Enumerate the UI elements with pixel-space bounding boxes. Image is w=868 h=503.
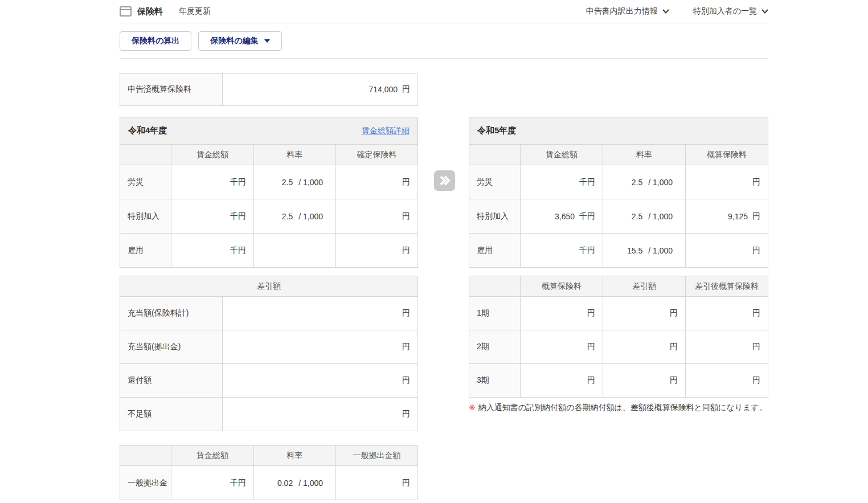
special-members-menu-label: 特別加入者の一覧 <box>693 6 757 17</box>
declared-premium-box: 申告済概算保険料 714,000 円 <box>120 73 417 106</box>
amount-cell: 9,125円 <box>686 199 768 234</box>
periods-col-difference: 差引額 <box>603 276 686 297</box>
reiwa5-titlebar: 令和5年度 <box>469 117 768 145</box>
reiwa4-titlebar: 令和4年度 賃金総額詳細 <box>120 117 418 145</box>
reiwa4-table: 令和4年度 賃金総額詳細 賃金総額 料率 確定保険料 労災 千円 2.5/ 1,… <box>120 117 417 268</box>
rate-value: 2.5 <box>632 178 642 187</box>
amount-unit: 円 <box>402 177 410 187</box>
difference-title: 差引額 <box>120 276 418 297</box>
difference-unit: 円 <box>402 375 410 386</box>
reiwa4-col-rate: 料率 <box>254 145 336 165</box>
wage-value: 3,650 <box>555 212 575 221</box>
wage-unit: 千円 <box>579 246 595 256</box>
amount-cell: 円 <box>336 466 418 500</box>
row-label: 3期 <box>469 364 521 398</box>
period-cell: 円 <box>521 297 603 330</box>
reiwa4-corner-cell <box>120 145 171 165</box>
page-heading: 保険料 年度更新 <box>120 6 211 17</box>
amount-unit: 円 <box>752 211 760 222</box>
wage-unit: 千円 <box>579 177 595 187</box>
declared-premium-unit: 円 <box>402 84 410 95</box>
special-members-menu[interactable]: 特別加入者の一覧 <box>693 6 768 17</box>
wage-unit: 千円 <box>230 177 246 187</box>
rate-value: 2.5 <box>632 212 642 221</box>
rate-cell: 2.5/ 1,000 <box>254 165 336 199</box>
rate-base: / 1,000 <box>298 479 323 488</box>
amount-cell: 円 <box>686 165 768 199</box>
rate-cell: 2.5/ 1,000 <box>603 199 686 234</box>
rate-cell: 0.02/ 1,000 <box>254 466 336 500</box>
reiwa5-col-rate: 料率 <box>603 145 686 165</box>
difference-value-cell: 円 <box>223 398 418 431</box>
top-bar-menus: 申告書内訳出力情報 特別加入者の一覧 <box>586 6 768 17</box>
difference-unit: 円 <box>402 409 410 419</box>
wage-total-detail-link[interactable]: 賃金総額詳細 <box>362 126 410 136</box>
amount-unit: 円 <box>402 478 410 488</box>
row-label: 特別加入 <box>120 199 171 234</box>
rate-base: / 1,000 <box>298 178 323 187</box>
calculate-premium-button[interactable]: 保険料の算出 <box>120 31 191 51</box>
edit-premium-label: 保険料の編集 <box>210 36 258 46</box>
row-label: 一般拠出金 <box>120 466 171 500</box>
wage-cell: 千円 <box>171 165 254 199</box>
declaration-output-menu[interactable]: 申告書内訳出力情報 <box>586 6 669 17</box>
declared-premium-label: 申告済概算保険料 <box>120 73 223 106</box>
difference-table: 差引額 充当額(保険料計) 円 充当額(拠出金) 円 還付額 円 不足額 円 <box>120 276 417 431</box>
row-label: 雇用 <box>120 234 171 268</box>
declared-premium-value-cell: 714,000 円 <box>223 73 418 106</box>
declaration-output-menu-label: 申告書内訳出力情報 <box>586 6 658 17</box>
difference-unit: 円 <box>402 342 410 352</box>
periods-col-estimate: 概算保険料 <box>521 276 603 297</box>
edit-premium-button[interactable]: 保険料の編集 <box>198 31 281 51</box>
page-subtitle: 年度更新 <box>179 6 211 17</box>
period-cell: 円 <box>686 297 768 330</box>
reiwa5-col-amount: 概算保険料 <box>686 145 768 165</box>
periods-corner-cell <box>469 276 521 297</box>
reiwa5-corner-cell <box>469 145 521 165</box>
chevron-down-icon <box>761 9 768 14</box>
rate-cell <box>254 234 336 268</box>
rate-value: 15.5 <box>627 246 642 255</box>
amount-cell: 円 <box>336 165 418 199</box>
row-label: 不足額 <box>120 398 223 431</box>
contribution-col-wage: 賃金総額 <box>171 445 254 466</box>
row-label: 還付額 <box>120 364 223 398</box>
period-cell: 円 <box>521 330 603 364</box>
row-label: 充当額(拠出金) <box>120 330 223 364</box>
rate-base: / 1,000 <box>648 246 673 255</box>
row-label: 雇用 <box>469 234 521 268</box>
period-unit: 円 <box>587 375 595 386</box>
wage-unit: 千円 <box>230 211 246 222</box>
difference-value-cell: 円 <box>223 364 418 398</box>
wage-cell: 千円 <box>521 165 603 199</box>
reiwa5-title: 令和5年度 <box>477 125 516 136</box>
period-cell: 円 <box>603 364 686 398</box>
amount-unit: 円 <box>752 246 760 256</box>
period-cell: 円 <box>521 364 603 398</box>
amount-value: 9,125 <box>728 212 748 221</box>
period-cell: 円 <box>686 364 768 398</box>
contribution-col-rate: 料率 <box>254 445 336 466</box>
periods-col-after: 差引後概算保険料 <box>686 276 768 297</box>
rate-cell: 2.5/ 1,000 <box>254 199 336 234</box>
action-bar: 保険料の算出 保険料の編集 <box>120 23 768 59</box>
reiwa5-table: 令和5年度 賃金総額 料率 概算保険料 労災 千円 2.5/ 1,000 円 特… <box>469 117 768 268</box>
note-text: 納入通知書の記別納付額の各期納付額は、差額後概算保険料と同額になります。 <box>478 403 767 413</box>
rate-cell: 2.5/ 1,000 <box>603 165 686 199</box>
reiwa4-col-amount: 確定保険料 <box>336 145 418 165</box>
wage-unit: 千円 <box>230 478 246 488</box>
amount-unit: 円 <box>402 246 410 256</box>
rate-value: 2.5 <box>282 212 293 221</box>
payment-note: ※ 納入通知書の記別納付額の各期納付額は、差額後概算保険料と同額になります。 <box>469 403 768 413</box>
carry-forward-button[interactable] <box>434 170 455 191</box>
periods-table: 概算保険料 差引額 差引後概算保険料 1期 円 円 円 2期 円 円 円 3期 … <box>469 276 768 398</box>
period-cell: 円 <box>603 297 686 330</box>
period-cell: 円 <box>603 330 686 364</box>
wage-cell: 千円 <box>171 466 254 500</box>
rate-base: / 1,000 <box>648 212 673 221</box>
period-unit: 円 <box>670 375 678 386</box>
rate-cell: 15.5/ 1,000 <box>603 234 686 268</box>
contribution-col-amount: 一般拠出金額 <box>336 445 418 466</box>
top-bar: 保険料 年度更新 申告書内訳出力情報 特別加入者の一覧 <box>120 0 768 23</box>
amount-cell: 円 <box>336 199 418 234</box>
